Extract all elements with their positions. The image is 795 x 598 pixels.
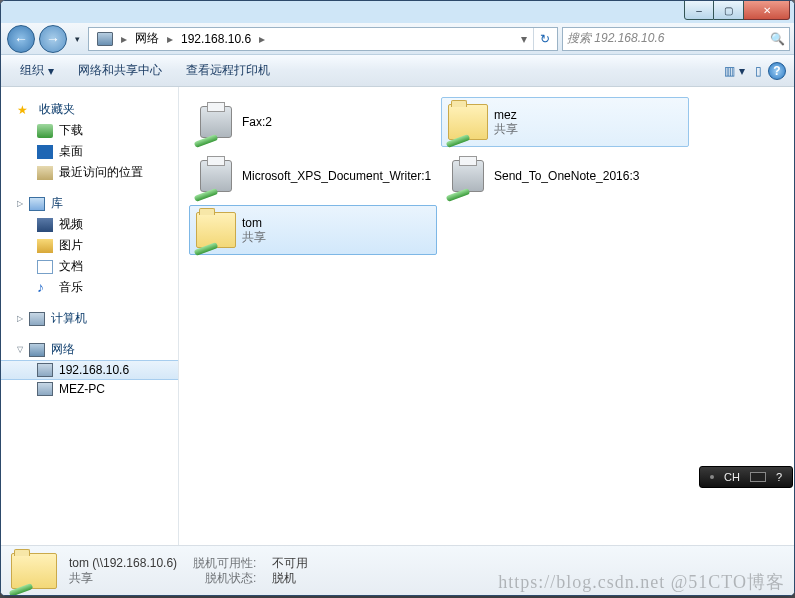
details-sub: 共享	[69, 571, 177, 586]
minimize-button[interactable]: –	[684, 0, 714, 20]
breadcrumb-root[interactable]	[91, 30, 119, 48]
sidebar-item-label: 音乐	[59, 279, 83, 296]
breadcrumb-sep-icon[interactable]: ▸	[119, 32, 129, 46]
help-button[interactable]: ?	[768, 62, 786, 80]
shared-folder-icon	[448, 102, 488, 142]
music-icon: ♪	[37, 281, 53, 295]
item-label: mez	[494, 108, 518, 122]
breadcrumb[interactable]: 网络	[129, 28, 165, 49]
item-folder-tom[interactable]: tom 共享	[189, 205, 437, 255]
keyboard-icon[interactable]	[750, 472, 766, 482]
ime-bar[interactable]: CH ?	[699, 466, 793, 488]
network-icon	[97, 32, 113, 46]
sidebar-item-label: 最近访问的位置	[59, 164, 143, 181]
sidebar-label: 收藏夹	[39, 101, 75, 118]
item-printer-xps[interactable]: Microsoft_XPS_Document_Writer:1	[189, 151, 437, 201]
sidebar-head-network[interactable]: ▽ 网络	[1, 339, 178, 360]
sidebar: ★ 收藏夹 下载 桌面 最近访问的位置 ▷ 库	[1, 87, 179, 545]
titlebar[interactable]: – ▢ ✕	[1, 1, 794, 23]
breadcrumb[interactable]: 192.168.10.6	[175, 30, 257, 48]
recent-icon	[37, 166, 53, 180]
close-button[interactable]: ✕	[744, 0, 790, 20]
details-name: tom (\\192.168.10.6)	[69, 556, 177, 571]
sidebar-head-favorites[interactable]: ★ 收藏夹	[1, 99, 178, 120]
view-icon: ▥	[724, 64, 735, 78]
printer-icon	[196, 102, 236, 142]
sidebar-group-network: ▽ 网络 192.168.10.6 MEZ-PC	[1, 339, 178, 398]
computer-icon	[37, 363, 53, 377]
shared-folder-icon	[11, 551, 57, 591]
sidebar-item-label: 文档	[59, 258, 83, 275]
libraries-icon	[29, 197, 45, 211]
sidebar-item-host[interactable]: MEZ-PC	[1, 380, 178, 398]
sidebar-item-downloads[interactable]: 下载	[1, 120, 178, 141]
history-dropdown-icon[interactable]: ▾	[71, 34, 84, 44]
sidebar-label: 计算机	[51, 310, 87, 327]
sidebar-group-libraries: ▷ 库 视频 图片 文档 ♪ 音乐	[1, 193, 178, 298]
ime-lang[interactable]: CH	[724, 471, 740, 483]
chevron-right-icon: ▷	[17, 314, 23, 323]
sidebar-item-documents[interactable]: 文档	[1, 256, 178, 277]
video-icon	[37, 218, 53, 232]
remote-printers-button[interactable]: 查看远程打印机	[175, 57, 281, 84]
sidebar-item-label: 图片	[59, 237, 83, 254]
maximize-button[interactable]: ▢	[714, 0, 744, 20]
desktop-icon	[37, 145, 53, 159]
sidebar-group-computer: ▷ 计算机	[1, 308, 178, 329]
documents-icon	[37, 260, 53, 274]
view-button[interactable]: ▥ ▾	[720, 62, 749, 80]
sidebar-item-host[interactable]: 192.168.10.6	[1, 360, 178, 380]
organize-button[interactable]: 组织▾	[9, 57, 65, 84]
address-bar[interactable]: ▸ 网络 ▸ 192.168.10.6 ▸ ▾ ↻	[88, 27, 558, 51]
watermark: https://blog.csdn.net @51CTO博客	[498, 570, 785, 594]
sidebar-head-libraries[interactable]: ▷ 库	[1, 193, 178, 214]
computer-icon	[29, 312, 45, 326]
addr-dropdown-icon[interactable]: ▾	[515, 32, 533, 46]
sidebar-head-computer[interactable]: ▷ 计算机	[1, 308, 178, 329]
search-icon[interactable]: 🔍	[770, 32, 785, 46]
sidebar-item-recent[interactable]: 最近访问的位置	[1, 162, 178, 183]
tiles: Fax:2 mez 共享 Microsoft_XPS_Document_Writ…	[179, 87, 794, 263]
organize-label: 组织	[20, 62, 44, 79]
sidebar-item-desktop[interactable]: 桌面	[1, 141, 178, 162]
breadcrumb-sep-icon[interactable]: ▸	[165, 32, 175, 46]
refresh-button[interactable]: ↻	[533, 28, 555, 50]
toolbar: 组织▾ 网络和共享中心 查看远程打印机 ▥ ▾ ▯ ?	[1, 55, 794, 87]
item-folder-mez[interactable]: mez 共享	[441, 97, 689, 147]
forward-button[interactable]: →	[39, 25, 67, 53]
ime-handle-icon[interactable]	[710, 475, 714, 479]
item-sublabel: 共享	[242, 230, 266, 244]
body: ★ 收藏夹 下载 桌面 最近访问的位置 ▷ 库	[1, 87, 794, 545]
network-center-button[interactable]: 网络和共享中心	[67, 57, 173, 84]
item-label: Microsoft_XPS_Document_Writer:1	[242, 169, 431, 183]
details-key: 脱机可用性:	[193, 556, 256, 571]
details-value: 脱机	[272, 571, 308, 586]
back-button[interactable]: ←	[7, 25, 35, 53]
preview-pane-button[interactable]: ▯	[751, 62, 766, 80]
network-icon	[29, 343, 45, 357]
star-icon: ★	[17, 103, 33, 117]
breadcrumb-sep-icon[interactable]: ▸	[257, 32, 267, 46]
sidebar-item-pictures[interactable]: 图片	[1, 235, 178, 256]
sidebar-item-label: 192.168.10.6	[59, 363, 129, 377]
search-placeholder: 搜索 192.168.10.6	[567, 30, 664, 47]
item-printer-onenote[interactable]: Send_To_OneNote_2016:3	[441, 151, 689, 201]
details-key: 脱机状态:	[193, 571, 256, 586]
preview-pane-icon: ▯	[755, 64, 762, 78]
search-input[interactable]: 搜索 192.168.10.6 🔍	[562, 27, 790, 51]
chevron-down-icon: ▾	[739, 64, 745, 78]
explorer-window: – ▢ ✕ ← → ▾ ▸ 网络 ▸ 192.168.10.6 ▸ ▾ ↻ 搜索…	[0, 0, 795, 596]
printer-icon	[196, 156, 236, 196]
sidebar-item-music[interactable]: ♪ 音乐	[1, 277, 178, 298]
sidebar-item-label: MEZ-PC	[59, 382, 105, 396]
download-icon	[37, 124, 53, 138]
details-value: 不可用	[272, 556, 308, 571]
item-label: tom	[242, 216, 266, 230]
sidebar-item-label: 桌面	[59, 143, 83, 160]
item-printer-fax[interactable]: Fax:2	[189, 97, 437, 147]
pictures-icon	[37, 239, 53, 253]
sidebar-item-videos[interactable]: 视频	[1, 214, 178, 235]
ime-help-icon[interactable]: ?	[776, 471, 782, 483]
chevron-down-icon: ▽	[17, 345, 23, 354]
printer-icon	[448, 156, 488, 196]
